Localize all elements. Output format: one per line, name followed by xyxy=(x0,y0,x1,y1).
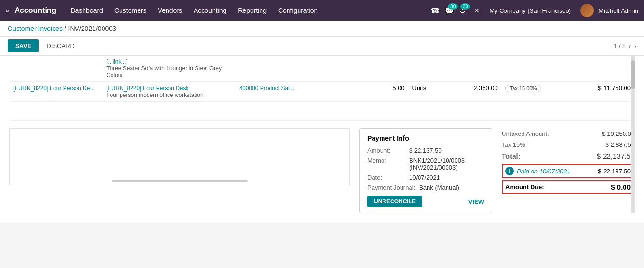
item-sub-desc: Four person modern office workstation xyxy=(106,92,232,98)
page-scrollbar[interactable] xyxy=(631,56,635,213)
payment-amount-row: Amount: $ 22,137.50 xyxy=(367,147,484,154)
amount-due-value: $ 0.00 xyxy=(611,183,631,191)
bottom-section: Payment Info Amount: $ 22,137.50 Memo: B… xyxy=(9,128,635,213)
topbar-icons: ☎ 💬 30 ⏱ 30 ✕ My Company (San Francisco)… xyxy=(430,4,638,17)
tax-value: $ 2,887.50 xyxy=(606,141,635,148)
table-row-desk: [FURN_8220] Four Person De... [FURN_8220… xyxy=(9,82,635,102)
amount-label: Amount: xyxy=(367,147,405,154)
date-value: 10/07/2021 xyxy=(409,174,440,181)
nav-vendors[interactable]: Vendors xyxy=(153,0,187,21)
tax-label: Tax 15%: xyxy=(502,141,527,148)
item-desc-sofa: Three Seater Sofa with Lounger in Steel … xyxy=(106,65,232,78)
main-content: [...link...] Three Seater Sofa with Loun… xyxy=(0,56,644,223)
save-button[interactable]: SAVE xyxy=(8,39,39,52)
item-subtotal: $ 11,750.00 xyxy=(598,85,631,92)
unreconcile-button[interactable]: UNRECONCILE xyxy=(367,196,422,207)
nav-accounting[interactable]: Accounting xyxy=(189,0,231,21)
memo-value: BNK1/2021/10/0003 (INV/2021/00003) xyxy=(409,157,465,171)
info-icon[interactable]: i xyxy=(505,167,514,175)
scrollbar-thumb xyxy=(631,60,635,89)
amount-value: $ 22,137.50 xyxy=(409,147,442,154)
date-label: Date: xyxy=(367,174,405,181)
paid-label-group: i Paid on 10/07/2021 xyxy=(505,167,570,175)
journal-value: Bank (Manual) xyxy=(419,184,459,191)
nav-configuration[interactable]: Configuration xyxy=(273,0,322,21)
table-row: [...link...] Three Seater Sofa with Loun… xyxy=(9,56,635,82)
nav-reporting[interactable]: Reporting xyxy=(233,0,271,21)
app-grid-icon[interactable]: ▫ xyxy=(6,6,9,16)
item-unit: Units xyxy=(412,85,427,92)
breadcrumb: Customer Invoices / INV/2021/00003 xyxy=(0,21,644,37)
invoice-table: [...link...] Three Seater Sofa with Loun… xyxy=(9,56,635,121)
breadcrumb-current: INV/2021/00003 xyxy=(68,25,116,32)
view-button[interactable]: VIEW xyxy=(468,198,484,205)
chat-count: 30 xyxy=(448,3,458,10)
notes-scrollbar xyxy=(112,180,248,182)
untaxed-row: Untaxed Amount: $ 19,250.00 xyxy=(502,128,635,139)
totals-box: Untaxed Amount: $ 19,250.00 Tax 15%: $ 2… xyxy=(502,128,635,194)
payment-info-title: Payment Info xyxy=(367,134,484,142)
avatar[interactable] xyxy=(580,4,594,17)
total-row: Total: $ 22,137.50 xyxy=(502,150,635,162)
phone-icon[interactable]: ☎ xyxy=(430,6,440,15)
app-name: Accounting xyxy=(14,6,56,15)
chat-badge-icon[interactable]: 💬 30 xyxy=(445,6,454,15)
untaxed-value: $ 19,250.00 xyxy=(602,130,635,137)
company-name: My Company (San Francisco) xyxy=(489,7,571,14)
untaxed-label: Untaxed Amount: xyxy=(502,130,549,137)
next-page-button[interactable]: › xyxy=(634,42,636,50)
amount-due-row: Amount Due: $ 0.00 xyxy=(502,180,635,194)
action-bar: SAVE DISCARD 1 / 8 ‹ › xyxy=(0,37,644,56)
notes-area[interactable] xyxy=(9,128,350,185)
total-label: Total: xyxy=(502,152,521,160)
memo-label: Memo: xyxy=(367,157,405,171)
account-link[interactable]: 400000 Product Sal... xyxy=(239,85,294,92)
amount-due-label: Amount Due: xyxy=(505,183,544,191)
paid-text: Paid on 10/07/2021 xyxy=(517,168,570,175)
nav-customers[interactable]: Customers xyxy=(110,0,151,21)
close-icon[interactable]: ✕ xyxy=(474,7,480,14)
item-price: 2,350.00 xyxy=(474,85,498,92)
payment-memo-row: Memo: BNK1/2021/10/0003 (INV/2021/00003) xyxy=(367,157,484,171)
clock-count: 30 xyxy=(460,3,470,10)
total-value: $ 22,137.50 xyxy=(597,152,635,160)
journal-label: Payment Journal: xyxy=(367,184,415,191)
payment-journal-row: Payment Journal: Bank (Manual) xyxy=(367,184,484,191)
prev-page-button[interactable]: ‹ xyxy=(628,42,631,50)
breadcrumb-separator: / xyxy=(65,25,68,32)
breadcrumb-parent[interactable]: Customer Invoices xyxy=(8,25,63,32)
item-qty: 5.00 xyxy=(392,85,404,92)
tax-row: Tax 15%: $ 2,887.50 xyxy=(502,139,635,150)
tax-badge: Tax 15.00% xyxy=(505,85,541,92)
paid-value: $ 22,137.50 xyxy=(598,168,631,175)
pager-text: 1 / 8 xyxy=(614,42,625,49)
payment-info-box: Payment Info Amount: $ 22,137.50 Memo: B… xyxy=(359,128,492,213)
payment-date-row: Date: 10/07/2021 xyxy=(367,174,484,181)
payment-actions: UNRECONCILE VIEW xyxy=(367,196,484,207)
pager: 1 / 8 ‹ › xyxy=(614,42,636,50)
discard-button[interactable]: DISCARD xyxy=(39,39,82,52)
clock-badge-icon[interactable]: ⏱ 30 xyxy=(459,6,467,15)
username: Mitchell Admin xyxy=(598,7,638,14)
item-ref-link[interactable]: [FURN_8220] Four Person De... xyxy=(13,85,94,92)
nav-dashboard[interactable]: Dashboard xyxy=(65,0,108,21)
item-title-link[interactable]: [FURN_8220] Four Person Desk xyxy=(106,85,188,92)
paid-row: i Paid on 10/07/2021 $ 22,137.50 xyxy=(502,164,635,178)
top-navigation: ▫ Accounting Dashboard Customers Vendors… xyxy=(0,0,644,21)
